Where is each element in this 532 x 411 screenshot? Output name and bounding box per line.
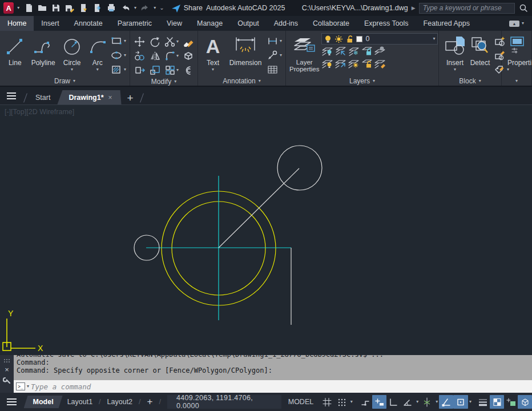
leader-caret-icon[interactable]: ▾ bbox=[280, 53, 282, 58]
text-caret-icon[interactable]: ▾ bbox=[212, 67, 214, 72]
arc-button[interactable]: Arc ▾ bbox=[86, 33, 108, 72]
tab-output[interactable]: Output bbox=[230, 16, 267, 31]
panel-modify-footer[interactable]: Modify ▾ bbox=[130, 77, 198, 86]
transparency-toggle[interactable] bbox=[490, 395, 504, 409]
table-button[interactable] bbox=[267, 63, 282, 76]
ortho-toggle[interactable] bbox=[386, 395, 401, 409]
copy-button[interactable] bbox=[134, 50, 146, 62]
scale-button[interactable] bbox=[149, 65, 161, 76]
text-button[interactable]: A Text ▾ bbox=[201, 33, 224, 72]
insert-caret-icon[interactable]: ▾ bbox=[454, 67, 456, 72]
new-drawing-tab-button[interactable]: + bbox=[122, 92, 139, 104]
grid-toggle[interactable] bbox=[320, 395, 334, 409]
rectangle-caret-icon[interactable]: ▾ bbox=[124, 39, 126, 43]
dimension-button[interactable]: Dimension bbox=[227, 33, 264, 67]
erase-button[interactable] bbox=[182, 36, 194, 47]
polar-tracking-toggle[interactable] bbox=[400, 395, 415, 409]
ribbon-collapse-caret-icon[interactable]: ▾ bbox=[522, 21, 524, 26]
osnap-tracking-toggle[interactable] bbox=[420, 395, 434, 409]
new-file-icon[interactable] bbox=[23, 2, 33, 14]
tab-express-tools[interactable]: Express Tools bbox=[357, 16, 416, 31]
trim-button[interactable]: ▾ bbox=[164, 36, 179, 47]
ribbon-collapse-icon[interactable]: ▲ bbox=[509, 21, 519, 27]
tab-drawing1[interactable]: Drawing1* × bbox=[57, 90, 121, 104]
tab-start[interactable]: Start bbox=[29, 90, 57, 104]
leader-button[interactable]: ▾ bbox=[267, 49, 282, 62]
tab-layout2[interactable]: Layout2 bbox=[103, 396, 137, 408]
export-icon[interactable] bbox=[92, 2, 103, 14]
redo-caret-icon[interactable]: ▾ bbox=[154, 6, 156, 10]
new-layout-button[interactable]: + bbox=[143, 396, 158, 408]
customize-wrench-icon[interactable] bbox=[3, 376, 11, 384]
tab-layout1[interactable]: Layout1 bbox=[63, 396, 97, 408]
layer-make-current-button[interactable] bbox=[334, 45, 348, 59]
hatch-button[interactable]: ▾ bbox=[111, 63, 126, 76]
layer-freeze-button[interactable]: ❄ bbox=[348, 45, 361, 59]
circle-button[interactable]: Circle ▾ bbox=[60, 33, 84, 72]
app-menu-logo[interactable]: A bbox=[3, 2, 14, 14]
layer-unisolate-button[interactable] bbox=[374, 45, 387, 59]
redo-icon[interactable] bbox=[140, 2, 150, 14]
fillet-caret-icon[interactable]: ▾ bbox=[176, 54, 179, 58]
snap-caret-icon[interactable]: ▾ bbox=[349, 400, 354, 404]
command-dock-rail[interactable]: × bbox=[0, 355, 14, 393]
circle-caret-icon[interactable]: ▾ bbox=[71, 67, 73, 72]
rotate-button[interactable] bbox=[149, 36, 161, 47]
fillet-button[interactable]: ▾ bbox=[164, 50, 179, 62]
undo-icon[interactable] bbox=[120, 2, 131, 14]
polar-caret-icon[interactable]: ▾ bbox=[415, 400, 420, 404]
tab-home[interactable]: Home bbox=[0, 16, 34, 31]
model-space-canvas[interactable]: [-][Top][2D Wireframe] Y X bbox=[0, 104, 532, 355]
polyline-button[interactable]: Polyline bbox=[29, 33, 58, 67]
panel-block-footer[interactable]: Block ▾ bbox=[439, 76, 501, 86]
lineweight-toggle[interactable] bbox=[476, 395, 490, 409]
status-menu-icon[interactable] bbox=[0, 398, 24, 406]
osnap-toggle[interactable] bbox=[453, 395, 468, 409]
save-icon[interactable] bbox=[51, 2, 61, 14]
search-icon[interactable] bbox=[518, 2, 529, 14]
close-tab-icon[interactable]: × bbox=[108, 94, 112, 102]
undo-caret-icon[interactable]: ▾ bbox=[134, 6, 136, 10]
dock-grip-icon[interactable] bbox=[3, 358, 10, 364]
file-tabs-menu-icon[interactable] bbox=[0, 87, 23, 104]
line-button[interactable]: Line bbox=[3, 33, 27, 67]
layer-unlock-button[interactable] bbox=[361, 58, 374, 71]
share-button[interactable]: Share bbox=[171, 3, 203, 13]
print-icon[interactable] bbox=[106, 2, 116, 14]
layer-properties-button[interactable]: Layer Properties bbox=[289, 33, 319, 72]
arc-caret-icon[interactable]: ▾ bbox=[96, 67, 99, 72]
mirror-button[interactable] bbox=[149, 50, 161, 62]
osnap-caret-icon[interactable]: ▾ bbox=[468, 400, 473, 404]
search-expand-icon[interactable]: ▶ bbox=[412, 5, 416, 11]
array-caret-icon[interactable]: ▾ bbox=[176, 68, 179, 72]
tab-add-ins[interactable]: Add-ins bbox=[267, 16, 305, 31]
layer-off-button[interactable] bbox=[321, 58, 334, 71]
qat-customize-icon[interactable]: ⌄ bbox=[159, 6, 164, 10]
snap-toggle[interactable] bbox=[334, 395, 349, 409]
ellipse-button[interactable]: ▾ bbox=[111, 49, 126, 62]
layer-delete-button[interactable] bbox=[374, 58, 387, 71]
tab-parametric[interactable]: Parametric bbox=[110, 16, 159, 31]
infer-constraints-toggle[interactable] bbox=[358, 395, 373, 409]
layer-lock-button[interactable] bbox=[361, 45, 374, 59]
tab-featured-apps[interactable]: Featured Apps bbox=[416, 16, 477, 31]
trim-caret-icon[interactable]: ▾ bbox=[176, 39, 179, 44]
command-history[interactable]: Automatic save to C:\Users\KEYVAN\AppDat… bbox=[14, 355, 532, 380]
isolate-objects-toggle[interactable] bbox=[518, 395, 532, 409]
tab-insert[interactable]: Insert bbox=[34, 16, 66, 31]
selection-cycling-toggle[interactable] bbox=[504, 395, 518, 409]
tab-collaborate[interactable]: Collaborate bbox=[305, 16, 357, 31]
open-folder-icon[interactable] bbox=[37, 2, 47, 14]
model-space-toggle[interactable]: MODEL bbox=[281, 398, 320, 406]
layer-match-button[interactable] bbox=[334, 58, 348, 71]
panel-draw-footer[interactable]: Draw ▾ bbox=[0, 76, 130, 86]
tab-manage[interactable]: Manage bbox=[190, 16, 230, 31]
layer-select-caret-icon[interactable]: ▾ bbox=[433, 37, 435, 41]
tab-annotate[interactable]: Annotate bbox=[67, 16, 110, 31]
osnap-2d-toggle[interactable] bbox=[439, 395, 453, 409]
panel-layers-footer[interactable]: Layers ▾ bbox=[286, 76, 438, 86]
hatch-caret-icon[interactable]: ▾ bbox=[124, 67, 126, 72]
linear-dimension-button[interactable]: ▾ bbox=[267, 35, 282, 47]
detect-button[interactable]: Detect bbox=[469, 33, 491, 67]
layer-thaw-button[interactable] bbox=[348, 58, 361, 71]
